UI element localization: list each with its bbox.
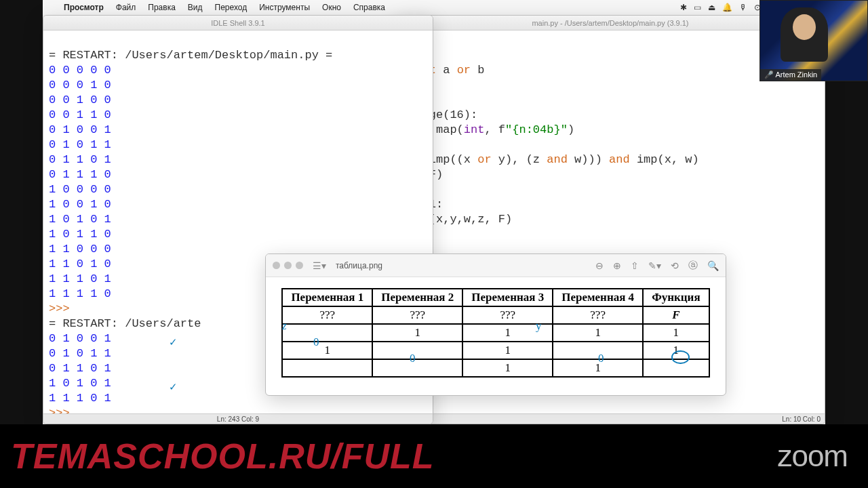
annot-z: z <box>282 319 287 333</box>
kw-or: or <box>477 153 491 166</box>
footer-banner: TEMASCHOOL.RU/FULL zoom <box>0 424 868 488</box>
table-subheader-row: ??? ??? ??? ??? F <box>282 306 709 324</box>
editor-status-text: Ln: 10 Col: 0 <box>782 415 821 423</box>
status-icon[interactable]: ⏏ <box>705 3 719 12</box>
status-icon[interactable]: ▭ <box>690 3 705 12</box>
webcam-nametag: 🎤 Artem Zinkin <box>760 69 821 81</box>
code-frag: , f <box>484 123 505 136</box>
table-header-row: Переменная 1 Переменная 2 Переменная 3 П… <box>282 289 709 306</box>
search-icon[interactable]: 🔍 <box>707 260 719 271</box>
menu-go[interactable]: Переход <box>209 3 254 12</box>
cell: 1 <box>462 359 553 377</box>
annot-0: 0 <box>598 352 604 365</box>
restart-line: = RESTART: /Users/arte <box>49 317 201 330</box>
menu-view[interactable]: Вид <box>182 3 209 12</box>
zoom-in-icon[interactable]: ⊕ <box>613 260 621 271</box>
app-menu[interactable]: Просмотр <box>58 3 110 12</box>
cell: 1 <box>372 324 462 342</box>
preview-filename: таблица.png <box>336 261 382 270</box>
output-row: 1 0 1 0 1 <box>49 213 111 226</box>
output-row: 0 1 0 0 1 <box>49 123 111 136</box>
output-row: 0 1 0 0 1 <box>49 332 111 345</box>
shell-title: IDLE Shell 3.9.1 <box>211 19 265 27</box>
col-header: Переменная 2 <box>372 289 462 306</box>
truth-table: Переменная 1 Переменная 2 Переменная 3 П… <box>281 288 709 378</box>
cell: 1 <box>643 324 709 342</box>
col-header: Функция <box>643 289 709 306</box>
code-frag: ) <box>568 123 574 136</box>
output-row: 0 1 1 0 1 <box>49 362 111 375</box>
output-row: 0 0 1 0 0 <box>49 94 111 106</box>
traffic-min-icon[interactable] <box>284 262 292 269</box>
checkmark-icon: ✓ <box>169 381 178 393</box>
editor-statusbar: Ln: 10 Col: 0 <box>396 413 825 424</box>
menu-file[interactable]: Файл <box>110 3 142 12</box>
cell: 1 <box>282 342 372 359</box>
kw-or: or <box>457 64 471 77</box>
cell: 1 <box>462 342 553 359</box>
output-row: 0 1 0 1 1 <box>49 138 111 151</box>
presenter-name: Artem Zinkin <box>775 70 817 79</box>
cell <box>282 359 372 377</box>
zoom-out-icon[interactable]: ⊖ <box>595 260 604 271</box>
output-row: 0 1 1 1 0 <box>49 168 111 181</box>
webcam-panel: 🎤 Artem Zinkin <box>760 0 868 81</box>
cell: ??? <box>553 306 643 324</box>
annot-0: 0 <box>410 352 416 365</box>
status-icon[interactable]: 🎙 <box>736 3 751 12</box>
cell: F <box>643 306 709 324</box>
shell-status-text: Ln: 243 Col: 9 <box>217 415 259 423</box>
output-row: 0 1 0 1 1 <box>49 347 111 360</box>
editor-title: main.py - /Users/artem/Desktop/main.py (… <box>532 19 688 27</box>
cell <box>372 359 462 377</box>
cell: ??? <box>372 306 462 324</box>
menu-tools[interactable]: Инструменты <box>253 3 316 12</box>
status-icon[interactable]: ✱ <box>677 3 690 12</box>
sidebar-toggle-icon[interactable]: ☰▾ <box>313 260 326 271</box>
markup-icon[interactable]: ✎▾ <box>648 260 661 271</box>
col-header: Переменная 1 <box>282 289 372 306</box>
kw-int: int <box>464 123 485 136</box>
cell <box>372 342 462 359</box>
menu-help[interactable]: Справка <box>347 3 391 12</box>
output-row: 1 1 1 0 1 <box>49 272 111 285</box>
preview-toolbar: ☰▾ таблица.png ⊖ ⊕ ⇧ ✎▾ ⟲ ⓐ 🔍 <box>266 254 726 277</box>
rotate-icon[interactable]: ⟲ <box>671 260 679 271</box>
output-row: 1 0 0 0 0 <box>49 183 111 196</box>
shell-titlebar[interactable]: IDLE Shell 3.9.1 <box>43 16 433 30</box>
code-frag: imp(x, w) <box>630 153 699 166</box>
table-row: 1 1 1 1 <box>282 324 709 342</box>
table-row: 1 1 1 <box>282 342 709 359</box>
output-row: 1 0 0 1 0 <box>49 198 111 211</box>
mic-icon: 🎤 <box>764 70 774 79</box>
traffic-close-icon[interactable] <box>273 262 280 269</box>
output-row: 0 1 1 0 1 <box>49 153 111 166</box>
f-string: "{n:04b}" <box>505 123 568 136</box>
prompt: >>> <box>49 302 70 315</box>
annot-circle: 1 <box>671 350 690 364</box>
person-face <box>793 14 816 40</box>
col-header: Переменная 4 <box>553 289 643 306</box>
shell-statusbar: Ln: 243 Col: 9 <box>43 413 433 424</box>
share-icon[interactable]: ⇧ <box>631 260 639 271</box>
output-row: 1 1 0 1 0 <box>49 258 111 270</box>
table-row: 1 1 <box>282 359 709 377</box>
status-icon[interactable]: 🔔 <box>719 3 736 12</box>
col-header: Переменная 3 <box>462 289 553 306</box>
output-row: 1 1 1 1 0 <box>49 287 111 300</box>
preview-window[interactable]: ☰▾ таблица.png ⊖ ⊕ ⇧ ✎▾ ⟲ ⓐ 🔍 Переменная… <box>265 253 726 396</box>
restart-line: = RESTART: /Users/artem/Desktop/main.py … <box>49 49 332 62</box>
code-frag: a <box>436 64 457 77</box>
menu-edit[interactable]: Правка <box>142 3 182 12</box>
desktop-area: Просмотр Файл Правка Вид Переход Инструм… <box>43 0 825 424</box>
output-row: 1 1 1 0 1 <box>49 392 111 405</box>
info-icon[interactable]: ⓐ <box>688 260 698 272</box>
traffic-max-icon[interactable] <box>296 262 303 269</box>
output-row: 0 0 0 1 0 <box>49 79 111 92</box>
cell: 1 <box>553 324 643 342</box>
output-row: 1 0 1 1 0 <box>49 228 111 241</box>
preview-content: Переменная 1 Переменная 2 Переменная 3 П… <box>266 277 726 388</box>
code-frag: b <box>471 64 484 77</box>
menu-window[interactable]: Окно <box>316 3 347 12</box>
kw-and: and <box>609 153 630 166</box>
